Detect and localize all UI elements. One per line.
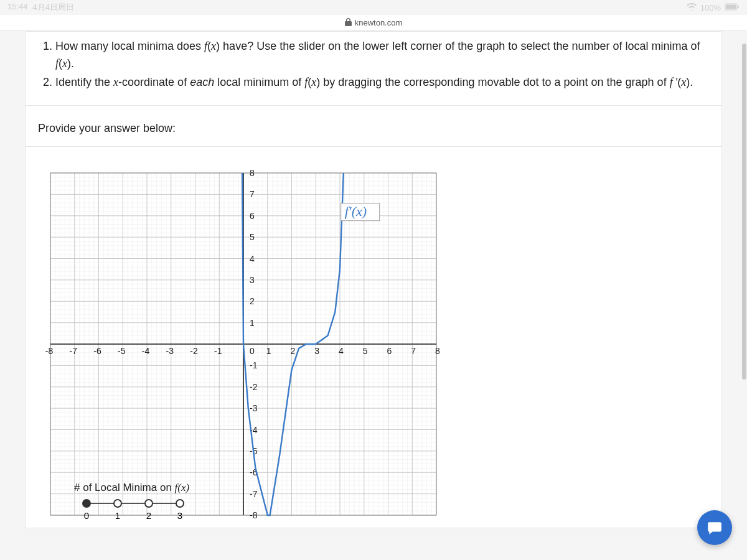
svg-text:-3: -3 (250, 403, 258, 413)
slider-label-2: 2 (146, 510, 151, 521)
browser-url-bar[interactable]: knewton.com (0, 15, 747, 31)
svg-text:-5: -5 (118, 346, 126, 356)
svg-text:-1: -1 (250, 360, 258, 370)
scrollbar[interactable] (741, 31, 747, 560)
svg-text:-3: -3 (166, 346, 174, 356)
slider-track[interactable]: 0123 (74, 498, 236, 523)
svg-text:1: 1 (266, 346, 271, 356)
svg-text:-6: -6 (93, 346, 101, 356)
svg-rect-2 (738, 6, 739, 8)
svg-text:-7: -7 (250, 488, 258, 498)
device-status-bar: 15:44 4月4日周日 100% (0, 0, 747, 15)
chat-icon (707, 520, 723, 536)
svg-text:-8: -8 (250, 510, 258, 520)
svg-text:-2: -2 (190, 346, 198, 356)
slider-label-1: 1 (115, 510, 120, 521)
slider-line (87, 503, 180, 504)
slider-stop-1[interactable] (113, 499, 122, 508)
question-card: How many local minima does f(x) have? Us… (25, 31, 722, 528)
svg-text:4: 4 (339, 346, 344, 356)
svg-text:-4: -4 (142, 346, 150, 356)
minima-slider[interactable]: # of Local Minima on f(x) 0123 (74, 482, 236, 523)
svg-text:0: 0 (250, 346, 255, 356)
svg-text:7: 7 (250, 189, 255, 199)
slider-stop-2[interactable] (144, 499, 153, 508)
help-chat-button[interactable] (697, 510, 732, 545)
svg-text:-2: -2 (250, 381, 258, 391)
svg-text:f′(x): f′(x) (345, 203, 367, 218)
svg-text:3: 3 (314, 346, 319, 356)
graph-area[interactable]: -8-7-6-5-4-3-2-1012345678-8-7-6-5-4-3-2-… (26, 147, 721, 528)
svg-text:2: 2 (250, 296, 255, 306)
lock-icon (345, 18, 352, 28)
svg-text:7: 7 (411, 346, 416, 356)
scrollbar-thumb[interactable] (742, 44, 746, 380)
svg-text:-1: -1 (214, 346, 222, 356)
svg-text:4: 4 (250, 253, 255, 263)
battery-label: 100% (700, 3, 721, 12)
slider-label-0: 0 (84, 510, 89, 521)
question-item-1: How many local minima does f(x) have? Us… (55, 38, 709, 73)
question-item-2: Identify the x-coordinate of each local … (55, 74, 709, 91)
derivative-plot[interactable]: -8-7-6-5-4-3-2-1012345678-8-7-6-5-4-3-2-… (38, 161, 449, 528)
svg-text:8: 8 (435, 346, 440, 356)
slider-stop-0[interactable] (82, 499, 91, 508)
svg-text:5: 5 (250, 232, 255, 242)
svg-text:8: 8 (250, 168, 255, 178)
url-text: knewton.com (355, 18, 403, 27)
svg-text:6: 6 (387, 346, 392, 356)
question-block: How many local minima does f(x) have? Us… (26, 32, 721, 106)
svg-text:-8: -8 (45, 346, 54, 356)
svg-rect-1 (726, 4, 736, 9)
status-time: 15:44 (7, 2, 28, 13)
svg-text:3: 3 (250, 275, 255, 285)
answer-prompt: Provide your answer below: (26, 106, 721, 147)
svg-text:1: 1 (250, 317, 255, 327)
slider-title: # of Local Minima on f(x) (74, 482, 236, 494)
status-date: 4月4日周日 (33, 2, 74, 13)
svg-text:5: 5 (363, 346, 368, 356)
wifi-icon (687, 3, 697, 12)
svg-text:2: 2 (291, 346, 296, 356)
slider-stop-3[interactable] (176, 499, 184, 508)
slider-label-3: 3 (177, 510, 182, 521)
svg-text:6: 6 (250, 210, 255, 220)
svg-text:-7: -7 (70, 346, 78, 356)
battery-icon (725, 3, 740, 12)
